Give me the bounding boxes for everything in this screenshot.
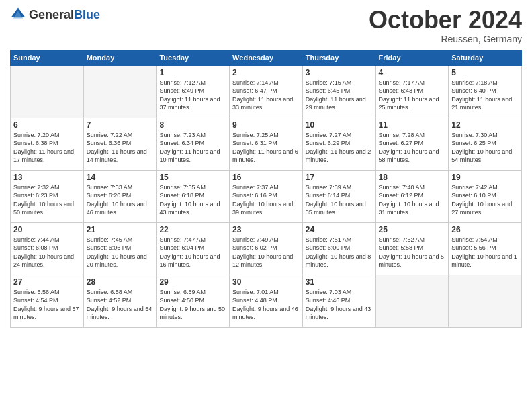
day-info: Sunrise: 7:37 AM Sunset: 6:16 PM Dayligh… xyxy=(232,183,300,217)
calendar-cell: 19Sunrise: 7:42 AM Sunset: 6:10 PM Dayli… xyxy=(449,170,522,222)
day-number: 22 xyxy=(159,225,226,234)
calendar-cell: 20Sunrise: 7:44 AM Sunset: 6:08 PM Dayli… xyxy=(11,222,84,275)
header-thursday: Thursday xyxy=(302,50,375,65)
calendar-cell: 26Sunrise: 7:54 AM Sunset: 5:56 PM Dayli… xyxy=(449,222,522,275)
day-number: 20 xyxy=(13,225,81,234)
calendar-cell: 31Sunrise: 7:03 AM Sunset: 4:46 PM Dayli… xyxy=(302,275,375,327)
calendar-cell xyxy=(11,65,84,118)
calendar-cell xyxy=(83,65,157,118)
calendar-week-row: 20Sunrise: 7:44 AM Sunset: 6:08 PM Dayli… xyxy=(11,222,522,275)
day-number: 5 xyxy=(451,68,519,77)
calendar-cell: 25Sunrise: 7:52 AM Sunset: 5:58 PM Dayli… xyxy=(375,222,449,275)
day-info: Sunrise: 7:14 AM Sunset: 6:47 PM Dayligh… xyxy=(232,79,300,112)
day-number: 9 xyxy=(232,120,300,130)
month-title: October 2024 xyxy=(369,7,522,34)
day-number: 24 xyxy=(306,225,373,234)
day-info: Sunrise: 7:25 AM Sunset: 6:31 PM Dayligh… xyxy=(232,131,300,165)
day-number: 31 xyxy=(306,277,373,287)
weekday-header-row: Sunday Monday Tuesday Wednesday Thursday… xyxy=(11,50,522,65)
calendar-cell: 2Sunrise: 7:14 AM Sunset: 6:47 PM Daylig… xyxy=(230,65,303,118)
header-tuesday: Tuesday xyxy=(157,50,230,65)
day-info: Sunrise: 7:22 AM Sunset: 6:36 PM Dayligh… xyxy=(87,131,154,165)
day-number: 16 xyxy=(232,173,300,182)
calendar-week-row: 27Sunrise: 6:56 AM Sunset: 4:54 PM Dayli… xyxy=(11,275,522,327)
calendar-table: Sunday Monday Tuesday Wednesday Thursday… xyxy=(10,50,522,328)
logo: GeneralBlue xyxy=(10,7,100,23)
calendar-cell: 27Sunrise: 6:56 AM Sunset: 4:54 PM Dayli… xyxy=(11,275,84,327)
calendar-cell: 16Sunrise: 7:37 AM Sunset: 6:16 PM Dayli… xyxy=(230,170,303,222)
day-number: 28 xyxy=(87,277,154,287)
header-friday: Friday xyxy=(375,50,449,65)
day-info: Sunrise: 7:35 AM Sunset: 6:18 PM Dayligh… xyxy=(159,183,226,217)
day-info: Sunrise: 7:54 AM Sunset: 5:56 PM Dayligh… xyxy=(451,236,519,269)
calendar-cell: 18Sunrise: 7:40 AM Sunset: 6:12 PM Dayli… xyxy=(375,170,449,222)
calendar-cell xyxy=(375,275,449,327)
day-info: Sunrise: 7:03 AM Sunset: 4:46 PM Dayligh… xyxy=(306,288,373,322)
calendar-cell: 29Sunrise: 6:59 AM Sunset: 4:50 PM Dayli… xyxy=(157,275,230,327)
calendar-cell: 8Sunrise: 7:23 AM Sunset: 6:34 PM Daylig… xyxy=(157,118,230,170)
day-info: Sunrise: 7:42 AM Sunset: 6:10 PM Dayligh… xyxy=(451,183,519,217)
day-number: 27 xyxy=(13,277,81,287)
calendar-cell: 9Sunrise: 7:25 AM Sunset: 6:31 PM Daylig… xyxy=(230,118,303,170)
day-number: 17 xyxy=(306,173,373,182)
calendar-cell: 17Sunrise: 7:39 AM Sunset: 6:14 PM Dayli… xyxy=(302,170,375,222)
day-number: 3 xyxy=(306,68,373,77)
day-info: Sunrise: 7:52 AM Sunset: 5:58 PM Dayligh… xyxy=(379,236,446,269)
location-subtitle: Reussen, Germany xyxy=(369,34,522,44)
day-info: Sunrise: 7:12 AM Sunset: 6:49 PM Dayligh… xyxy=(159,79,226,112)
day-info: Sunrise: 7:17 AM Sunset: 6:43 PM Dayligh… xyxy=(379,79,446,112)
day-number: 15 xyxy=(159,173,226,182)
day-number: 21 xyxy=(87,225,154,234)
calendar-cell: 13Sunrise: 7:32 AM Sunset: 6:23 PM Dayli… xyxy=(11,170,84,222)
calendar-cell: 21Sunrise: 7:45 AM Sunset: 6:06 PM Dayli… xyxy=(83,222,157,275)
day-info: Sunrise: 7:51 AM Sunset: 6:00 PM Dayligh… xyxy=(306,236,373,269)
day-info: Sunrise: 7:15 AM Sunset: 6:45 PM Dayligh… xyxy=(306,79,373,112)
day-number: 13 xyxy=(13,173,81,182)
day-number: 7 xyxy=(87,120,154,130)
day-info: Sunrise: 7:01 AM Sunset: 4:48 PM Dayligh… xyxy=(232,288,300,322)
calendar-cell: 14Sunrise: 7:33 AM Sunset: 6:20 PM Dayli… xyxy=(83,170,157,222)
header-monday: Monday xyxy=(83,50,157,65)
day-number: 25 xyxy=(379,225,446,234)
day-info: Sunrise: 7:49 AM Sunset: 6:02 PM Dayligh… xyxy=(232,236,300,269)
calendar-cell: 23Sunrise: 7:49 AM Sunset: 6:02 PM Dayli… xyxy=(230,222,303,275)
calendar-cell: 22Sunrise: 7:47 AM Sunset: 6:04 PM Dayli… xyxy=(157,222,230,275)
calendar-cell: 3Sunrise: 7:15 AM Sunset: 6:45 PM Daylig… xyxy=(302,65,375,118)
day-number: 2 xyxy=(232,68,300,77)
header: GeneralBlue October 2024 Reussen, German… xyxy=(10,7,522,44)
day-number: 26 xyxy=(451,225,519,234)
day-number: 4 xyxy=(379,68,446,77)
day-info: Sunrise: 7:27 AM Sunset: 6:29 PM Dayligh… xyxy=(306,131,373,165)
day-number: 6 xyxy=(13,120,81,130)
calendar-cell: 28Sunrise: 6:58 AM Sunset: 4:52 PM Dayli… xyxy=(83,275,157,327)
day-info: Sunrise: 7:33 AM Sunset: 6:20 PM Dayligh… xyxy=(87,183,154,217)
day-number: 8 xyxy=(159,120,226,130)
day-number: 30 xyxy=(232,277,300,287)
calendar-cell: 10Sunrise: 7:27 AM Sunset: 6:29 PM Dayli… xyxy=(302,118,375,170)
calendar-week-row: 6Sunrise: 7:20 AM Sunset: 6:38 PM Daylig… xyxy=(11,118,522,170)
title-area: October 2024 Reussen, Germany xyxy=(369,7,522,44)
day-info: Sunrise: 7:18 AM Sunset: 6:40 PM Dayligh… xyxy=(451,79,519,112)
day-number: 14 xyxy=(87,173,154,182)
calendar-cell: 15Sunrise: 7:35 AM Sunset: 6:18 PM Dayli… xyxy=(157,170,230,222)
calendar-week-row: 1Sunrise: 7:12 AM Sunset: 6:49 PM Daylig… xyxy=(11,65,522,118)
day-number: 23 xyxy=(232,225,300,234)
header-wednesday: Wednesday xyxy=(230,50,303,65)
calendar-cell: 1Sunrise: 7:12 AM Sunset: 6:49 PM Daylig… xyxy=(157,65,230,118)
calendar-cell: 6Sunrise: 7:20 AM Sunset: 6:38 PM Daylig… xyxy=(11,118,84,170)
header-sunday: Sunday xyxy=(11,50,84,65)
day-info: Sunrise: 7:32 AM Sunset: 6:23 PM Dayligh… xyxy=(13,183,81,217)
day-info: Sunrise: 7:30 AM Sunset: 6:25 PM Dayligh… xyxy=(451,131,519,165)
logo-icon xyxy=(10,7,26,23)
day-info: Sunrise: 7:45 AM Sunset: 6:06 PM Dayligh… xyxy=(87,236,154,269)
day-number: 19 xyxy=(451,173,519,182)
day-info: Sunrise: 6:56 AM Sunset: 4:54 PM Dayligh… xyxy=(13,288,81,322)
calendar-cell: 4Sunrise: 7:17 AM Sunset: 6:43 PM Daylig… xyxy=(375,65,449,118)
day-info: Sunrise: 7:20 AM Sunset: 6:38 PM Dayligh… xyxy=(13,131,81,165)
day-number: 12 xyxy=(451,120,519,130)
calendar-cell xyxy=(449,275,522,327)
calendar-cell: 11Sunrise: 7:28 AM Sunset: 6:27 PM Dayli… xyxy=(375,118,449,170)
day-info: Sunrise: 6:59 AM Sunset: 4:50 PM Dayligh… xyxy=(159,288,226,322)
calendar-cell: 30Sunrise: 7:01 AM Sunset: 4:48 PM Dayli… xyxy=(230,275,303,327)
day-number: 10 xyxy=(306,120,373,130)
